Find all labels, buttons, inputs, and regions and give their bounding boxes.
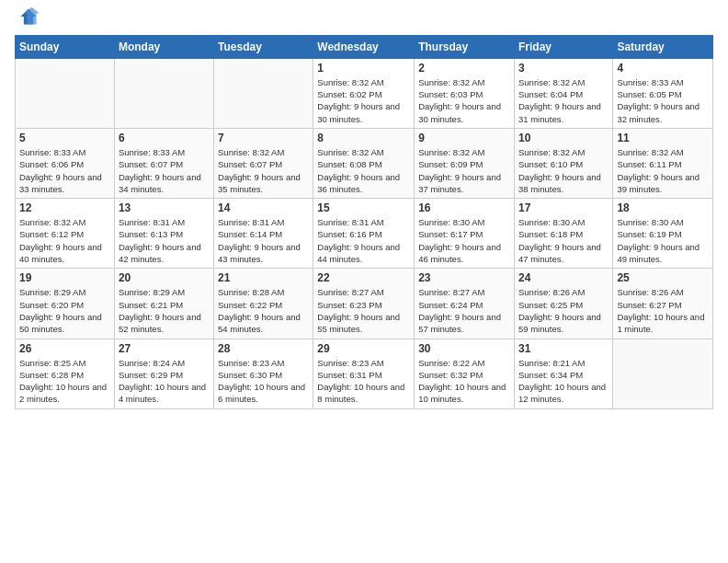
logo-icon bbox=[17, 6, 40, 28]
day-number: 14 bbox=[218, 201, 309, 214]
day-info: Sunrise: 8:29 AM Sunset: 6:20 PM Dayligh… bbox=[19, 286, 110, 335]
calendar-week-3: 12Sunrise: 8:32 AM Sunset: 6:12 PM Dayli… bbox=[16, 199, 713, 269]
calendar-cell: 28Sunrise: 8:23 AM Sunset: 6:30 PM Dayli… bbox=[214, 339, 313, 408]
day-number: 6 bbox=[119, 132, 210, 144]
day-number: 29 bbox=[317, 342, 410, 355]
calendar-cell: 1Sunrise: 8:32 AM Sunset: 6:02 PM Daylig… bbox=[313, 58, 415, 128]
day-number: 27 bbox=[119, 342, 210, 355]
day-number: 5 bbox=[19, 132, 110, 144]
day-number: 13 bbox=[119, 201, 210, 214]
calendar-cell bbox=[114, 58, 213, 128]
day-number: 7 bbox=[218, 132, 309, 144]
weekday-header-wednesday: Wednesday bbox=[313, 35, 415, 58]
day-info: Sunrise: 8:25 AM Sunset: 6:28 PM Dayligh… bbox=[19, 357, 110, 406]
page: SundayMondayTuesdayWednesdayThursdayFrid… bbox=[0, 0, 728, 563]
calendar-cell: 3Sunrise: 8:32 AM Sunset: 6:04 PM Daylig… bbox=[514, 58, 612, 128]
day-info: Sunrise: 8:31 AM Sunset: 6:14 PM Dayligh… bbox=[218, 216, 309, 265]
calendar-cell: 12Sunrise: 8:32 AM Sunset: 6:12 PM Dayli… bbox=[16, 199, 115, 269]
calendar-cell: 20Sunrise: 8:29 AM Sunset: 6:21 PM Dayli… bbox=[114, 269, 213, 339]
day-info: Sunrise: 8:30 AM Sunset: 6:18 PM Dayligh… bbox=[518, 216, 609, 265]
weekday-header-monday: Monday bbox=[114, 35, 213, 58]
calendar-cell: 10Sunrise: 8:32 AM Sunset: 6:10 PM Dayli… bbox=[514, 128, 612, 198]
weekday-header-saturday: Saturday bbox=[613, 35, 713, 58]
calendar-cell bbox=[214, 58, 313, 128]
day-number: 16 bbox=[418, 201, 510, 214]
day-info: Sunrise: 8:32 AM Sunset: 6:09 PM Dayligh… bbox=[418, 146, 510, 195]
day-info: Sunrise: 8:32 AM Sunset: 6:12 PM Dayligh… bbox=[19, 216, 110, 265]
day-info: Sunrise: 8:26 AM Sunset: 6:27 PM Dayligh… bbox=[617, 286, 709, 335]
logo bbox=[15, 11, 40, 29]
day-number: 31 bbox=[518, 342, 609, 355]
day-number: 17 bbox=[518, 201, 609, 214]
day-info: Sunrise: 8:32 AM Sunset: 6:03 PM Dayligh… bbox=[418, 76, 510, 125]
day-number: 4 bbox=[617, 62, 709, 75]
day-info: Sunrise: 8:32 AM Sunset: 6:04 PM Dayligh… bbox=[518, 76, 609, 125]
header bbox=[15, 11, 713, 29]
day-number: 2 bbox=[418, 62, 510, 75]
calendar-cell: 7Sunrise: 8:32 AM Sunset: 6:07 PM Daylig… bbox=[214, 128, 313, 198]
calendar-cell: 19Sunrise: 8:29 AM Sunset: 6:20 PM Dayli… bbox=[16, 269, 115, 339]
day-info: Sunrise: 8:30 AM Sunset: 6:17 PM Dayligh… bbox=[418, 216, 510, 265]
calendar-cell: 17Sunrise: 8:30 AM Sunset: 6:18 PM Dayli… bbox=[514, 199, 612, 269]
day-number: 10 bbox=[518, 132, 609, 144]
calendar-week-4: 19Sunrise: 8:29 AM Sunset: 6:20 PM Dayli… bbox=[16, 269, 713, 339]
calendar-table: SundayMondayTuesdayWednesdayThursdayFrid… bbox=[15, 35, 713, 409]
day-number: 15 bbox=[317, 201, 410, 214]
calendar-cell: 13Sunrise: 8:31 AM Sunset: 6:13 PM Dayli… bbox=[114, 199, 213, 269]
day-number: 19 bbox=[19, 271, 110, 284]
calendar-cell: 4Sunrise: 8:33 AM Sunset: 6:05 PM Daylig… bbox=[613, 58, 713, 128]
day-info: Sunrise: 8:21 AM Sunset: 6:34 PM Dayligh… bbox=[518, 357, 609, 406]
day-info: Sunrise: 8:32 AM Sunset: 6:11 PM Dayligh… bbox=[617, 146, 709, 195]
day-number: 21 bbox=[218, 271, 309, 284]
calendar-cell: 31Sunrise: 8:21 AM Sunset: 6:34 PM Dayli… bbox=[514, 339, 612, 408]
day-number: 30 bbox=[418, 342, 510, 355]
day-number: 20 bbox=[119, 271, 210, 284]
day-number: 24 bbox=[518, 271, 609, 284]
day-info: Sunrise: 8:32 AM Sunset: 6:10 PM Dayligh… bbox=[518, 146, 609, 195]
calendar-cell: 9Sunrise: 8:32 AM Sunset: 6:09 PM Daylig… bbox=[415, 128, 515, 198]
calendar-cell: 24Sunrise: 8:26 AM Sunset: 6:25 PM Dayli… bbox=[514, 269, 612, 339]
day-info: Sunrise: 8:31 AM Sunset: 6:16 PM Dayligh… bbox=[317, 216, 410, 265]
day-number: 23 bbox=[418, 271, 510, 284]
calendar-cell: 23Sunrise: 8:27 AM Sunset: 6:24 PM Dayli… bbox=[415, 269, 515, 339]
day-info: Sunrise: 8:33 AM Sunset: 6:06 PM Dayligh… bbox=[19, 146, 110, 195]
day-info: Sunrise: 8:28 AM Sunset: 6:22 PM Dayligh… bbox=[218, 286, 309, 335]
day-info: Sunrise: 8:23 AM Sunset: 6:31 PM Dayligh… bbox=[317, 357, 410, 406]
calendar-cell: 27Sunrise: 8:24 AM Sunset: 6:29 PM Dayli… bbox=[114, 339, 213, 408]
calendar-cell: 5Sunrise: 8:33 AM Sunset: 6:06 PM Daylig… bbox=[16, 128, 115, 198]
day-info: Sunrise: 8:32 AM Sunset: 6:02 PM Dayligh… bbox=[317, 76, 410, 125]
day-number: 25 bbox=[617, 271, 709, 284]
weekday-header-thursday: Thursday bbox=[415, 35, 515, 58]
day-info: Sunrise: 8:26 AM Sunset: 6:25 PM Dayligh… bbox=[518, 286, 609, 335]
day-info: Sunrise: 8:27 AM Sunset: 6:23 PM Dayligh… bbox=[317, 286, 410, 335]
day-number: 28 bbox=[218, 342, 309, 355]
calendar-cell: 11Sunrise: 8:32 AM Sunset: 6:11 PM Dayli… bbox=[613, 128, 713, 198]
day-info: Sunrise: 8:22 AM Sunset: 6:32 PM Dayligh… bbox=[418, 357, 510, 406]
day-info: Sunrise: 8:29 AM Sunset: 6:21 PM Dayligh… bbox=[119, 286, 210, 335]
day-number: 11 bbox=[617, 132, 709, 144]
day-number: 26 bbox=[19, 342, 110, 355]
calendar-cell bbox=[16, 58, 115, 128]
calendar-cell: 14Sunrise: 8:31 AM Sunset: 6:14 PM Dayli… bbox=[214, 199, 313, 269]
weekday-header-row: SundayMondayTuesdayWednesdayThursdayFrid… bbox=[16, 35, 713, 58]
calendar-cell: 22Sunrise: 8:27 AM Sunset: 6:23 PM Dayli… bbox=[313, 269, 415, 339]
weekday-header-tuesday: Tuesday bbox=[214, 35, 313, 58]
weekday-header-friday: Friday bbox=[514, 35, 612, 58]
calendar-cell: 18Sunrise: 8:30 AM Sunset: 6:19 PM Dayli… bbox=[613, 199, 713, 269]
day-info: Sunrise: 8:32 AM Sunset: 6:08 PM Dayligh… bbox=[317, 146, 410, 195]
day-number: 1 bbox=[317, 62, 410, 75]
calendar-week-5: 26Sunrise: 8:25 AM Sunset: 6:28 PM Dayli… bbox=[16, 339, 713, 408]
day-number: 3 bbox=[518, 62, 609, 75]
day-number: 8 bbox=[317, 132, 410, 144]
calendar-cell: 16Sunrise: 8:30 AM Sunset: 6:17 PM Dayli… bbox=[415, 199, 515, 269]
calendar-cell: 15Sunrise: 8:31 AM Sunset: 6:16 PM Dayli… bbox=[313, 199, 415, 269]
day-number: 18 bbox=[617, 201, 709, 214]
calendar-cell: 8Sunrise: 8:32 AM Sunset: 6:08 PM Daylig… bbox=[313, 128, 415, 198]
day-info: Sunrise: 8:33 AM Sunset: 6:05 PM Dayligh… bbox=[617, 76, 709, 125]
calendar-week-2: 5Sunrise: 8:33 AM Sunset: 6:06 PM Daylig… bbox=[16, 128, 713, 198]
day-info: Sunrise: 8:33 AM Sunset: 6:07 PM Dayligh… bbox=[119, 146, 210, 195]
day-info: Sunrise: 8:24 AM Sunset: 6:29 PM Dayligh… bbox=[119, 357, 210, 406]
day-number: 12 bbox=[19, 201, 110, 214]
calendar-cell: 25Sunrise: 8:26 AM Sunset: 6:27 PM Dayli… bbox=[613, 269, 713, 339]
calendar-cell bbox=[613, 339, 713, 408]
